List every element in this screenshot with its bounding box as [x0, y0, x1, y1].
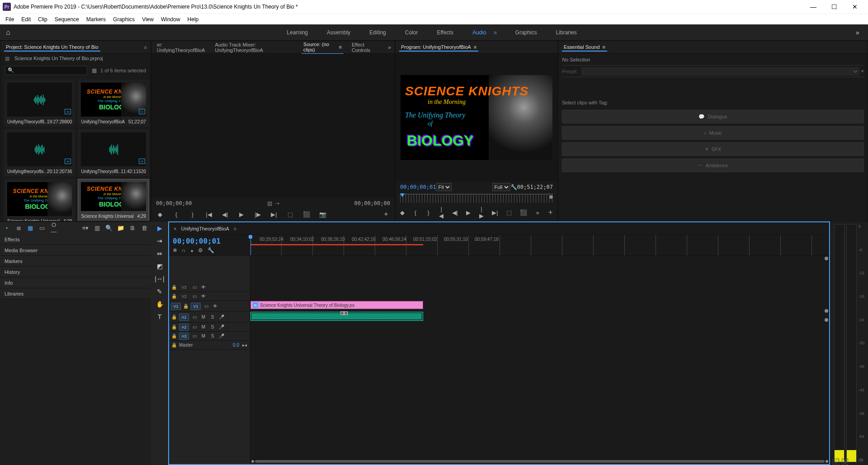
track-label[interactable]: V1 [191, 303, 201, 310]
automate-icon[interactable]: ▥ [93, 225, 101, 231]
source-tab-audiomixer[interactable]: Audio Track Mixer: UnifyingTheoryofBioA [213, 41, 295, 54]
type-tool-icon[interactable]: T [154, 312, 165, 322]
slip-tool-icon[interactable]: |↔| [154, 274, 165, 284]
mark-out-icon[interactable]: } [426, 209, 431, 216]
history-accordion[interactable]: History [0, 267, 151, 277]
menu-markers[interactable]: Markers [83, 15, 109, 23]
voice-over-icon[interactable]: 🎤 [218, 315, 225, 319]
menu-graphics[interactable]: Graphics [109, 15, 138, 23]
find-icon[interactable]: 🔍 [105, 225, 113, 231]
workspace-editing[interactable]: Editing [367, 28, 389, 38]
snap-icon[interactable]: ❄ [173, 247, 177, 254]
source-tab-source[interactable]: Source: (no clips)≡ [302, 41, 344, 54]
mark-in-icon[interactable]: { [413, 209, 418, 216]
program-tc-current[interactable]: 00;00;00;01 [400, 184, 436, 190]
step-fwd-icon[interactable]: |▶ [254, 211, 262, 218]
voice-over-icon[interactable]: 🎤 [218, 324, 225, 329]
step-fwd-icon[interactable]: |▶ [479, 206, 484, 219]
workspace-color[interactable]: Color [402, 28, 421, 38]
menu-clip[interactable]: Clip [34, 15, 51, 23]
workspace-assembly[interactable]: Assembly [324, 28, 353, 38]
selection-tool-icon[interactable]: ▶ [154, 223, 165, 233]
toggle-audio-icon[interactable]: ▭ [191, 333, 198, 338]
settings-icon[interactable]: 🔧 [510, 184, 517, 190]
toggle-audio-icon[interactable]: ▭ [191, 315, 198, 319]
go-in-icon[interactable]: |◀ [205, 211, 213, 218]
program-ruler[interactable] [400, 194, 553, 203]
step-back-icon[interactable]: ◀| [221, 211, 229, 218]
solo-right-button[interactable]: S [842, 459, 848, 465]
add-marker-icon[interactable]: ◆ [400, 209, 405, 216]
panel-menu-icon[interactable]: ≡ [234, 226, 236, 231]
rw-toggle-icon[interactable]: ▪ [3, 225, 11, 231]
preset-menu-icon[interactable]: ▾ [861, 68, 864, 74]
add-button-icon[interactable]: + [382, 210, 390, 218]
marker-icon[interactable]: ⬥ [190, 247, 193, 254]
workspace-graphics[interactable]: Graphics [513, 28, 540, 38]
voice-over-icon[interactable]: 🎤 [218, 333, 225, 338]
window-maximize[interactable]: ☐ [824, 0, 844, 14]
video-clip[interactable]: fx Science Knights Universal Theory of B… [250, 301, 423, 309]
mute-icon[interactable]: M [200, 324, 207, 329]
info-accordion[interactable]: Info [0, 277, 151, 288]
extract-icon[interactable]: ⬛ [520, 209, 527, 216]
workspace-learning[interactable]: Learning [284, 28, 311, 38]
essential-tab[interactable]: Essential Sound≡ [562, 43, 607, 52]
project-tab[interactable]: Project: Science Knights Un Theory of Bi… [4, 43, 100, 52]
source-tab-effectcontrols[interactable]: Effect Controls [350, 41, 382, 54]
asset-item[interactable]: SCIENCE KNIGHTSin the MorningThe Unifyin… [78, 179, 149, 221]
asset-item[interactable]: H UnifyingTheoryofB..11:42:11520 [78, 129, 149, 176]
mark-out-icon[interactable]: } [189, 211, 197, 218]
media-browser-accordion[interactable]: Media Browser [0, 245, 151, 256]
libraries-accordion[interactable]: Libraries [0, 288, 151, 299]
home-icon[interactable]: ⌂ [0, 28, 16, 37]
hand-tool-icon[interactable]: ✋ [154, 299, 165, 309]
workspace-menu-icon[interactable]: ≡ [492, 28, 499, 38]
preset-select[interactable] [581, 67, 859, 75]
dialogue-button[interactable]: 💬Dialogue [562, 110, 864, 123]
resolution-select[interactable]: Full [492, 183, 510, 191]
asset-item[interactable]: H Unifyingtheoryofbi..20:12:20736 [4, 129, 75, 176]
toggle-audio-icon[interactable]: ▭ [191, 324, 198, 329]
panel-menu-icon[interactable]: ≡ [339, 44, 342, 50]
workspace-overflow[interactable]: » [847, 29, 868, 36]
toggle-video-icon[interactable]: ▭ [191, 285, 198, 290]
workspace-audio[interactable]: Audio [470, 28, 489, 38]
program-tab[interactable]: Program: UnifyingTheoryofBioA≡ [399, 43, 478, 52]
music-button[interactable]: ♪Music [562, 126, 864, 140]
play-icon[interactable]: ▶ [237, 211, 245, 218]
source-export-icon[interactable]: ⇢ [275, 200, 279, 207]
playhead-icon[interactable] [400, 193, 405, 197]
mute-icon[interactable]: M [200, 333, 207, 338]
settings-icon[interactable]: ⚙ [198, 247, 203, 254]
solo-icon[interactable]: S [209, 333, 216, 338]
toggle-output-icon[interactable]: 👁 [200, 294, 207, 299]
new-bin-icon[interactable]: 📁 [117, 225, 125, 231]
step-back-icon[interactable]: ◀| [452, 209, 458, 216]
effects-accordion[interactable]: Effects [0, 234, 151, 245]
export-frame-icon[interactable]: 📷 [319, 211, 327, 218]
collapse-icon[interactable]: ▸◂ [241, 343, 248, 348]
workspace-effects[interactable]: Effects [434, 28, 456, 38]
lock-icon[interactable]: 🔒 [171, 333, 177, 338]
menu-edit[interactable]: Edit [18, 15, 34, 23]
markers-accordion[interactable]: Markers [0, 256, 151, 267]
playhead[interactable] [250, 235, 251, 255]
go-out-icon[interactable]: ▶| [270, 211, 278, 218]
filter-icon[interactable]: ▦ [92, 67, 97, 74]
play-icon[interactable]: ▶ [466, 209, 471, 216]
menu-help[interactable]: Help [184, 15, 203, 23]
track-label[interactable]: A2 [179, 324, 189, 331]
solo-icon[interactable]: S [209, 324, 216, 329]
lock-icon[interactable]: 🔒 [171, 294, 177, 299]
toggle-output-icon[interactable]: 👁 [212, 304, 219, 309]
new-item-icon[interactable]: 🗎 [128, 225, 137, 231]
menu-sequence[interactable]: Sequence [51, 15, 83, 23]
timeline-h-scrollbar[interactable] [250, 459, 829, 464]
asset-item[interactable]: SCIENCE KNIGHTSin the MorningThe Unifyin… [78, 80, 149, 127]
mark-in-icon[interactable]: { [172, 211, 180, 218]
tabs-overflow-icon[interactable]: » [388, 44, 391, 51]
list-view-icon[interactable]: ≣ [14, 225, 23, 231]
sfx-button[interactable]: ✶SFX [562, 142, 864, 156]
track-content[interactable]: fx Science Knights Universal Theory of B… [250, 256, 829, 464]
